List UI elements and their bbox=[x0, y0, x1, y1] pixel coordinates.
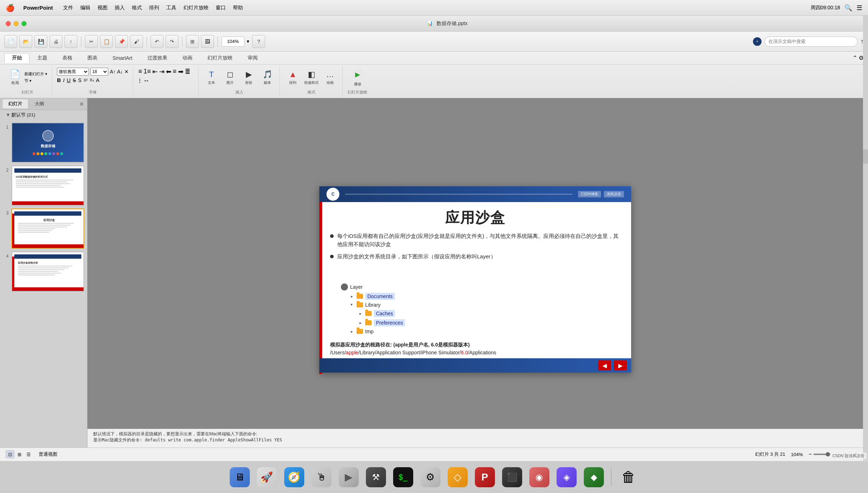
dock-app4[interactable]: ◆ bbox=[582, 466, 605, 489]
slide-thumb-2[interactable]: iOS应用数据存储的常用方式 bbox=[11, 166, 84, 206]
app4-icon[interactable]: ◆ bbox=[584, 467, 604, 487]
insert-table[interactable]: ⊞ bbox=[186, 35, 199, 48]
menu-format[interactable]: 格式 bbox=[132, 5, 142, 11]
safari-icon[interactable]: 🧭 bbox=[284, 467, 304, 487]
mouse-icon[interactable]: 🖱 bbox=[311, 467, 332, 487]
menu-slideshow[interactable]: 幻灯片放映 bbox=[183, 5, 209, 11]
save-button[interactable]: 💾 bbox=[34, 35, 47, 48]
doc-search-input[interactable] bbox=[764, 37, 858, 47]
tab-slides[interactable]: 幻灯片 bbox=[2, 99, 28, 109]
settings-icon[interactable]: ⚙ bbox=[420, 467, 440, 487]
app3-icon[interactable]: ◈ bbox=[557, 467, 577, 487]
maximize-button[interactable] bbox=[22, 21, 27, 26]
terminal-icon[interactable]: $_ bbox=[393, 467, 413, 487]
arrange-button[interactable]: 🎵 媒体 bbox=[259, 68, 275, 87]
font-family-select[interactable]: 微软雅黑 bbox=[57, 68, 89, 76]
panel-close-button[interactable]: ✕ bbox=[78, 100, 85, 107]
dock-app3[interactable]: ◈ bbox=[555, 466, 578, 489]
menu-tools[interactable]: 工具 bbox=[166, 5, 176, 11]
slide-thumb-1[interactable]: 数据存储 bbox=[11, 123, 84, 163]
align-center[interactable]: ≡ bbox=[173, 68, 177, 76]
trash-icon[interactable]: 🗑 bbox=[619, 467, 639, 487]
slide-item-2[interactable]: 2 iOS应用数据存储的常用方式 bbox=[3, 166, 84, 206]
minimize-button[interactable] bbox=[14, 21, 19, 26]
slide-thumb-3[interactable]: 应用沙盒 bbox=[11, 209, 84, 249]
finder-icon[interactable]: 🖥 bbox=[230, 467, 250, 487]
app1-icon[interactable]: ⬛ bbox=[502, 467, 522, 487]
indent-inc[interactable]: ⇥ bbox=[159, 68, 164, 76]
slide-item-3[interactable]: 3 应用沙盒 bbox=[3, 209, 84, 249]
font-size-select[interactable]: 18 bbox=[90, 68, 108, 76]
tab-home[interactable]: 开始 bbox=[4, 53, 29, 63]
ribbon-collapse[interactable]: ⌃ bbox=[853, 54, 857, 61]
menu-edit[interactable]: 编辑 bbox=[80, 5, 90, 11]
tab-review[interactable]: 审阅 bbox=[240, 53, 265, 63]
column-layout[interactable]: ⫶ bbox=[138, 77, 142, 85]
collab-icon[interactable]: + bbox=[753, 37, 762, 46]
media-button[interactable]: ▶ 形状 bbox=[241, 68, 257, 87]
dock-quicktime[interactable]: ▶ bbox=[337, 466, 360, 489]
align-right[interactable]: ➡ bbox=[178, 68, 183, 76]
view-outline-button[interactable]: ☰ bbox=[24, 450, 33, 458]
copy-button[interactable]: 📋 bbox=[100, 35, 113, 48]
menu-insert[interactable]: 插入 bbox=[115, 5, 125, 11]
insert-image[interactable]: 🖼 bbox=[201, 35, 214, 48]
dock-app1[interactable]: ⬛ bbox=[501, 466, 524, 489]
dock-powerpoint[interactable]: P bbox=[473, 466, 496, 489]
scrollbar-thumb[interactable] bbox=[863, 149, 868, 164]
new-slide-button[interactable]: 📄 布局 bbox=[7, 68, 23, 87]
tab-smartart[interactable]: SmartArt bbox=[105, 54, 139, 62]
direction[interactable]: ↔ bbox=[143, 77, 149, 85]
quicktime-icon[interactable]: ▶ bbox=[339, 467, 359, 487]
slide-item-1[interactable]: 1 数据存储 bbox=[3, 123, 84, 163]
print-button[interactable]: 🖨 bbox=[49, 35, 62, 48]
dock-sketch[interactable]: ◇ bbox=[446, 466, 469, 489]
view-normal-button[interactable]: ⊡ bbox=[6, 450, 14, 458]
sketch-icon[interactable]: ◇ bbox=[448, 467, 468, 487]
more-format[interactable]: … 动画 bbox=[322, 68, 338, 87]
slide-list[interactable]: 1 数据存储 bbox=[0, 120, 87, 461]
tab-slideshow[interactable]: 幻灯片放映 bbox=[200, 53, 240, 63]
layout-dropdown[interactable]: 节 ▾ bbox=[24, 78, 47, 83]
dock-finder[interactable]: 🖥 bbox=[228, 466, 251, 489]
dock-app2[interactable]: ◉ bbox=[528, 466, 551, 489]
help-button[interactable]: ? bbox=[252, 35, 265, 48]
dock-xcode[interactable]: ⚒ bbox=[364, 466, 387, 489]
fill-button[interactable]: ▲ 排列 bbox=[285, 68, 301, 87]
tab-animation[interactable]: 动画 bbox=[175, 53, 200, 63]
dock-mouse[interactable]: 🖱 bbox=[310, 466, 333, 489]
bold-button[interactable]: B bbox=[57, 77, 61, 83]
indent-dec[interactable]: ⇤ bbox=[152, 68, 158, 76]
align-left[interactable]: ⬅ bbox=[166, 68, 171, 76]
dock-safari[interactable]: 🧭 bbox=[283, 466, 306, 489]
shadow-button[interactable]: S bbox=[78, 77, 81, 83]
dock-settings[interactable]: ⚙ bbox=[419, 466, 442, 489]
cut-button[interactable]: ✂ bbox=[85, 35, 98, 48]
dock-terminal[interactable]: $_ bbox=[392, 466, 415, 489]
prev-slide-button[interactable]: ◀ bbox=[598, 360, 611, 370]
play-button[interactable]: ▶ 播放 bbox=[350, 68, 366, 87]
font-color[interactable]: A bbox=[96, 77, 100, 83]
menu-view[interactable]: 视图 bbox=[97, 5, 108, 11]
menu-window[interactable]: 窗口 bbox=[216, 5, 226, 11]
app2-icon[interactable]: ◉ bbox=[529, 467, 549, 487]
shapes-button[interactable]: ◻ 图片 bbox=[222, 68, 238, 87]
dock-trash[interactable]: 🗑 bbox=[617, 466, 640, 489]
font-shrink[interactable]: A↓ bbox=[117, 69, 123, 75]
tab-transition[interactable]: 过渡效果 bbox=[140, 53, 175, 63]
share-button[interactable]: ↑ bbox=[65, 35, 77, 48]
format-painter[interactable]: 🖌 bbox=[130, 35, 143, 48]
sub-button[interactable]: X₂ bbox=[90, 78, 94, 82]
close-button[interactable] bbox=[6, 21, 11, 26]
sup-button[interactable]: X² bbox=[84, 78, 87, 82]
tab-theme[interactable]: 主题 bbox=[30, 53, 54, 63]
menu-help[interactable]: 帮助 bbox=[233, 5, 243, 11]
zoom-out-button[interactable]: − bbox=[809, 451, 812, 458]
new-button[interactable]: 📄 bbox=[4, 35, 17, 48]
dock-launchpad[interactable]: 🚀 bbox=[256, 466, 278, 489]
launchpad-icon[interactable]: 🚀 bbox=[257, 467, 277, 487]
new-slide-dropdown[interactable]: 新建幻灯片 ▾ bbox=[24, 71, 47, 77]
slide-thumb-4[interactable]: 应用沙盒结构分析 bbox=[11, 252, 84, 292]
control-center-icon[interactable]: ☰ bbox=[857, 4, 862, 12]
zoom-thumb[interactable] bbox=[826, 452, 830, 456]
